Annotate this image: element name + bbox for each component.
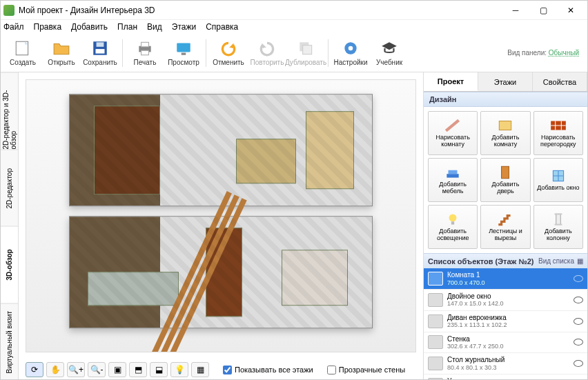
card-add-window[interactable]: Добавить окно bbox=[533, 158, 583, 202]
redo-button: Повторить bbox=[248, 36, 286, 70]
object-item[interactable]: Стол журнальный80.4 x 80.1 x 30.3 bbox=[424, 353, 587, 374]
tab-3d-view[interactable]: 3D-обзор bbox=[1, 226, 18, 303]
svg-rect-10 bbox=[303, 46, 312, 54]
tutorial-button[interactable]: Учебник bbox=[370, 36, 409, 70]
object-dimensions: 80.4 x 80.1 x 30.3 bbox=[447, 364, 504, 371]
house-model bbox=[69, 94, 373, 328]
settings-button[interactable]: Настройки bbox=[331, 36, 370, 70]
minimize-button[interactable]: ─ bbox=[502, 2, 529, 19]
svg-rect-19 bbox=[556, 214, 561, 225]
tab-virtual-visit[interactable]: Виртуальный визит bbox=[1, 303, 18, 381]
object-dimensions: 147.0 x 15.0 x 142.0 bbox=[447, 300, 504, 307]
visibility-icon[interactable] bbox=[574, 339, 583, 346]
object-thumb-icon bbox=[428, 272, 443, 286]
app-icon bbox=[3, 5, 14, 16]
svg-rect-15 bbox=[502, 166, 509, 178]
object-thumb-icon bbox=[428, 357, 443, 370]
svg-rect-18 bbox=[451, 221, 454, 224]
object-name: Стол журнальный bbox=[447, 356, 504, 364]
card-add-furniture[interactable]: Добавить мебель bbox=[428, 158, 478, 202]
object-dimensions: 235.1 x 113.1 x 102.2 bbox=[447, 321, 507, 328]
object-thumb-icon bbox=[428, 314, 443, 328]
svg-point-17 bbox=[449, 214, 457, 222]
card-stairs[interactable]: Лестницы и вырезы bbox=[480, 205, 530, 249]
object-name: Двойное окно bbox=[447, 292, 504, 301]
pan-button[interactable]: ✋ bbox=[46, 362, 64, 377]
object-thumb-icon bbox=[428, 293, 443, 307]
maximize-button[interactable]: ▢ bbox=[529, 2, 557, 19]
svg-rect-8 bbox=[182, 53, 186, 55]
rotate-360-button[interactable]: ⟳ bbox=[26, 362, 43, 377]
tab-project[interactable]: Проект bbox=[424, 72, 478, 91]
svg-rect-7 bbox=[177, 43, 190, 52]
object-item[interactable]: Двойное окно147.0 x 15.0 x 142.0 bbox=[424, 290, 587, 311]
card-add-door[interactable]: Добавить дверь bbox=[480, 158, 530, 202]
card-add-room[interactable]: Добавить комнату bbox=[480, 111, 530, 155]
tab-2d-3d-overview[interactable]: 2D-редактор и 3D-обзор bbox=[1, 72, 18, 150]
object-name: Диван еврокнижка bbox=[447, 314, 507, 322]
render-button[interactable]: ▦ bbox=[191, 362, 209, 377]
svg-rect-13 bbox=[500, 121, 511, 130]
tab-2d-editor[interactable]: 2D-редактор bbox=[1, 150, 18, 227]
object-name: Уголок школьника bbox=[447, 377, 505, 380]
zoom-out-button[interactable]: 🔍- bbox=[88, 362, 106, 377]
card-add-lighting[interactable]: Добавить освещение bbox=[428, 205, 478, 249]
menu-floors[interactable]: Этажи bbox=[172, 22, 196, 32]
menu-help[interactable]: Справка bbox=[206, 22, 238, 32]
preview-button[interactable]: Просмотр bbox=[164, 36, 203, 70]
object-list[interactable]: Комната 1700.0 x 470.0Двойное окно147.0 … bbox=[424, 268, 587, 380]
svg-rect-6 bbox=[141, 50, 149, 55]
svg-point-12 bbox=[349, 46, 353, 51]
transparent-walls-checkbox[interactable]: Прозрачные стены bbox=[327, 366, 405, 374]
panel-mode-link[interactable]: Обычный bbox=[549, 49, 579, 57]
object-item[interactable]: Стенка302.6 x 47.7 x 250.0 bbox=[424, 332, 587, 354]
duplicate-button: Дублировать bbox=[286, 36, 325, 70]
visibility-icon[interactable] bbox=[574, 360, 583, 367]
svg-rect-5 bbox=[141, 42, 149, 47]
object-dimensions: 302.6 x 47.7 x 250.0 bbox=[447, 343, 504, 350]
object-item[interactable]: Комната 1700.0 x 470.0 bbox=[424, 268, 587, 290]
tab-floors[interactable]: Этажи bbox=[478, 72, 533, 91]
menu-add[interactable]: Добавить bbox=[71, 22, 108, 32]
menu-view[interactable]: Вид bbox=[147, 22, 162, 32]
slice-down-button[interactable]: ⬓ bbox=[150, 362, 168, 377]
menubar: Файл Правка Добавить План Вид Этажи Спра… bbox=[1, 20, 587, 34]
zoom-in-button[interactable]: 🔍+ bbox=[67, 362, 85, 377]
object-item[interactable]: Диван еврокнижка235.1 x 113.1 x 102.2 bbox=[424, 311, 587, 332]
panel-mode: Вид панели: Обычный bbox=[507, 49, 585, 57]
svg-rect-21 bbox=[554, 224, 562, 226]
visibility-icon[interactable] bbox=[574, 275, 583, 282]
list-view-mode[interactable]: Вид списка ▦ bbox=[538, 257, 583, 265]
viewport-3d[interactable] bbox=[26, 79, 416, 352]
menu-plan[interactable]: План bbox=[117, 22, 137, 32]
show-all-floors-checkbox[interactable]: Показывать все этажи bbox=[223, 366, 313, 374]
svg-rect-2 bbox=[96, 49, 105, 54]
object-dimensions: 700.0 x 470.0 bbox=[447, 279, 485, 286]
object-name: Комната 1 bbox=[447, 271, 485, 279]
window-title: Мой проект - Дизайн Интерьера 3D bbox=[19, 6, 502, 15]
menu-edit[interactable]: Правка bbox=[34, 22, 62, 32]
visibility-icon[interactable] bbox=[574, 297, 583, 303]
save-button[interactable]: Сохранить bbox=[81, 36, 119, 70]
design-section-head: Дизайн bbox=[424, 92, 587, 107]
print-button[interactable]: Печать bbox=[126, 36, 164, 70]
svg-rect-3 bbox=[97, 42, 104, 47]
svg-rect-20 bbox=[554, 213, 562, 214]
undo-button[interactable]: Отменить bbox=[209, 36, 248, 70]
menu-file[interactable]: Файл bbox=[3, 22, 24, 32]
object-thumb-icon bbox=[428, 335, 443, 349]
open-button[interactable]: Открыть bbox=[42, 36, 81, 70]
slice-up-button[interactable]: ⬒ bbox=[129, 362, 147, 377]
visibility-icon[interactable] bbox=[574, 318, 583, 325]
tab-properties[interactable]: Свойства bbox=[533, 72, 587, 91]
object-name: Стенка bbox=[447, 335, 504, 343]
lighting-button[interactable]: 💡 bbox=[170, 362, 188, 377]
card-add-column[interactable]: Добавить колонну bbox=[533, 205, 583, 249]
fit-button[interactable]: ▣ bbox=[108, 362, 126, 377]
close-button[interactable]: ✕ bbox=[557, 2, 585, 19]
objects-section-head: Список объектов (Этаж №2) bbox=[428, 257, 533, 266]
card-draw-room[interactable]: Нарисовать комнату bbox=[428, 111, 478, 155]
object-item[interactable]: Уголок школьника197.6 x 80.1 x 180.0 bbox=[424, 374, 587, 380]
card-draw-wall[interactable]: Нарисовать перегородку bbox=[533, 111, 583, 155]
create-button[interactable]: Создать bbox=[3, 36, 42, 70]
